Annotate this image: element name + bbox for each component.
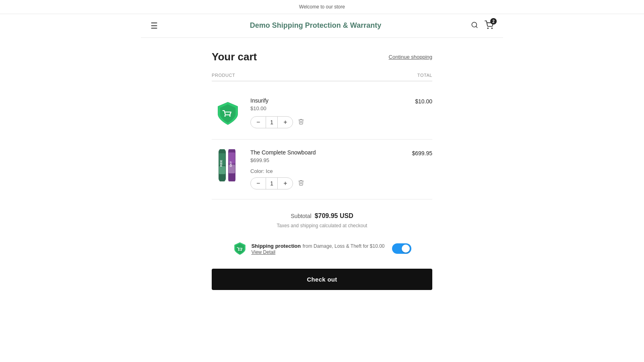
- trash-icon-2: [298, 179, 304, 186]
- insurify-details: Insurify $10.00 − 1 +: [250, 97, 409, 130]
- subtotal-row: Subtotal $709.95 USD: [212, 212, 432, 220]
- banner-text: Welcome to our store: [299, 4, 345, 10]
- insurify-quantity-wrapper: − 1 +: [250, 116, 409, 128]
- svg-point-2: [487, 28, 488, 29]
- insurify-increase-btn[interactable]: +: [278, 117, 293, 128]
- snowboard-icon: RIDE SKY: [217, 149, 239, 181]
- header: ☰ Demo Shipping Protection & Warranty 2: [141, 14, 503, 38]
- insurify-shield-icon: [214, 99, 242, 128]
- svg-text:SKY: SKY: [229, 161, 232, 167]
- cart-badge: 2: [490, 18, 497, 25]
- svg-line-1: [476, 26, 477, 27]
- cart-header: Your cart Continue shopping: [212, 51, 432, 63]
- insurify-quantity-control: − 1 +: [250, 116, 293, 128]
- svg-point-4: [224, 115, 226, 117]
- snowboard-quantity-control: − 1 +: [250, 177, 293, 189]
- cart-item-snowboard: RIDE SKY The Complete Snowboard $699.95 …: [212, 140, 432, 200]
- snowboard-decrease-btn[interactable]: −: [251, 178, 266, 189]
- snowboard-details: The Complete Snowboard $699.95 Color: Ic…: [250, 149, 405, 189]
- snowboard-price: $699.95: [250, 157, 405, 163]
- insurify-qty-value: 1: [266, 117, 278, 128]
- cart-table-header: Product Total: [212, 73, 432, 81]
- col-total-label: Total: [417, 73, 432, 78]
- snowboard-variant: Color: Ice: [250, 168, 405, 174]
- top-banner: Welcome to our store: [0, 0, 644, 14]
- snowboard-name: The Complete Snowboard: [250, 149, 405, 156]
- item-row-snowboard: RIDE SKY The Complete Snowboard $699.95 …: [212, 149, 432, 189]
- insurify-price: $10.00: [250, 105, 409, 111]
- main-content: Your cart Continue shopping Product Tota…: [205, 38, 439, 321]
- sp-title: Shipping protection: [251, 243, 301, 249]
- shipping-protection-toggle[interactable]: [392, 243, 411, 254]
- continue-shopping-link[interactable]: Continue shopping: [389, 54, 432, 60]
- svg-point-3: [491, 28, 492, 29]
- item-row-insurify: Insurify $10.00 − 1 + $10.00: [212, 97, 432, 130]
- insurify-delete-btn[interactable]: [296, 117, 306, 128]
- svg-point-5: [229, 115, 231, 117]
- cart-icon-wrapper[interactable]: 2: [485, 21, 493, 31]
- insurify-name: Insurify: [250, 97, 409, 104]
- insurify-product-image: [212, 97, 244, 130]
- insurify-decrease-btn[interactable]: −: [251, 117, 266, 128]
- header-actions: 2: [468, 21, 493, 31]
- shipping-protection: Shipping protection from Damage, Loss & …: [212, 237, 432, 261]
- subtotal-amount: $709.95 USD: [315, 212, 353, 220]
- col-product-label: Product: [212, 73, 235, 78]
- checkout-button[interactable]: Check out: [212, 269, 432, 290]
- subtotal-section: Subtotal $709.95 USD Taxes and shipping …: [212, 200, 432, 296]
- cart-item-insurify: Insurify $10.00 − 1 + $10.00: [212, 88, 432, 140]
- snowboard-qty-value: 1: [266, 178, 278, 189]
- trash-icon: [298, 118, 304, 125]
- snowboard-total: $699.95: [412, 149, 432, 189]
- svg-text:RIDE: RIDE: [220, 160, 223, 167]
- toggle-slider: [392, 243, 411, 254]
- sp-info: Shipping protection from Damage, Loss & …: [251, 242, 384, 255]
- store-logo[interactable]: Demo Shipping Protection & Warranty: [163, 21, 468, 30]
- snowboard-product-image: RIDE SKY: [212, 149, 244, 181]
- menu-icon[interactable]: ☰: [151, 21, 163, 31]
- snowboard-delete-btn[interactable]: [296, 178, 306, 189]
- shipping-protection-icon: [233, 241, 247, 256]
- snowboard-increase-btn[interactable]: +: [278, 178, 293, 189]
- snowboard-quantity-wrapper: − 1 +: [250, 177, 405, 189]
- svg-rect-8: [219, 166, 225, 174]
- search-icon[interactable]: [471, 21, 478, 31]
- insurify-total: $10.00: [415, 97, 432, 130]
- sp-desc: from Damage, Loss & Theft for $10.00: [303, 243, 385, 249]
- subtotal-label: Subtotal: [291, 213, 311, 219]
- sp-view-detail[interactable]: View Detail: [251, 249, 384, 255]
- cart-title: Your cart: [212, 51, 257, 63]
- tax-note: Taxes and shipping calculated at checkou…: [212, 223, 432, 228]
